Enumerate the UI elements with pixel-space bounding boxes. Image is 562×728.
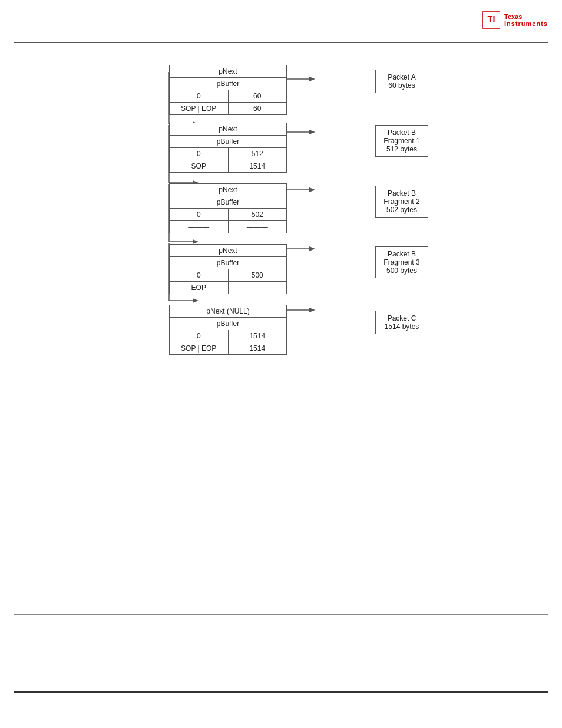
- desc5-col1: 0: [170, 330, 229, 342]
- desc4-col2: 500: [228, 269, 287, 282]
- desc3-table: pNext pBuffer 0 502 ——— ———: [169, 183, 287, 233]
- desc5-pnext-label: pNext (NULL): [170, 305, 287, 318]
- desc3-flag-row: ——— ———: [170, 221, 287, 233]
- packet4-line2: Fragment 3: [383, 258, 421, 266]
- desc5-flag-left: SOP | EOP: [170, 342, 229, 355]
- packet3-line1: Packet B: [383, 189, 421, 197]
- desc1-table: pNext pBuffer 0 60 SOP | EOP 60: [169, 65, 287, 115]
- desc2-pnext-label: pNext: [170, 123, 287, 136]
- desc2-pbuffer-label: pBuffer: [170, 136, 287, 148]
- desc1-col2: 60: [228, 90, 287, 103]
- desc3-pnext-label: pNext: [170, 184, 287, 196]
- desc1-col1: 0: [170, 90, 229, 103]
- packet-box-5: Packet C 1514 bytes: [375, 311, 428, 334]
- desc3-pbuffer-label: pBuffer: [170, 196, 287, 209]
- descriptor-1: pNext pBuffer 0 60 SOP | EOP 60 Packet A…: [134, 65, 428, 112]
- desc1-pbuffer-label: pBuffer: [170, 78, 287, 90]
- logo-area: TI Texas Instruments: [482, 11, 548, 29]
- desc1-pnext-label: pNext: [170, 65, 287, 78]
- diagram-inner: pNext pBuffer 0 60 SOP | EOP 60 Packet A…: [134, 65, 428, 365]
- desc5-flag-row: SOP | EOP 1514: [170, 342, 287, 355]
- descriptor-4: pNext pBuffer 0 500 EOP ——— Packet B Fra…: [134, 244, 428, 294]
- desc4-table: pNext pBuffer 0 500 EOP ———: [169, 244, 287, 294]
- desc2-flag-left: SOP: [170, 160, 229, 173]
- desc3-pnext-row: pNext: [170, 184, 287, 196]
- packet1-line1: Packet A: [383, 73, 421, 81]
- svg-marker-20: [193, 239, 199, 244]
- descriptor-5: pNext (NULL) pBuffer 0 1514 SOP | EOP 15…: [134, 305, 428, 355]
- desc1-flag-left: SOP | EOP: [170, 103, 229, 115]
- top-divider: [14, 42, 548, 43]
- desc2-table: pNext pBuffer 0 512 SOP 1514: [169, 123, 287, 173]
- packet2-line1: Packet B: [383, 129, 421, 137]
- desc2-flag-row: SOP 1514: [170, 160, 287, 173]
- desc2-pbuffer-row: pBuffer: [170, 136, 287, 148]
- packet4-line1: Packet B: [383, 250, 421, 258]
- footer-divider: [14, 691, 548, 693]
- desc5-col2: 1514: [228, 330, 287, 342]
- packet1-line2: 60 bytes: [383, 81, 421, 90]
- desc2-data-row: 0 512: [170, 148, 287, 160]
- ti-logo-text: Texas Instruments: [504, 13, 548, 27]
- packet5-line2: 1514 bytes: [383, 322, 421, 331]
- desc1-flag-right: 60: [228, 103, 287, 115]
- packet3-line3: 502 bytes: [383, 206, 421, 214]
- desc2-col1: 0: [170, 148, 229, 160]
- packet-box-2: Packet B Fragment 1 512 bytes: [375, 125, 428, 157]
- packet2-line2: Fragment 1: [383, 137, 421, 145]
- desc1-pbuffer-row: pBuffer: [170, 78, 287, 90]
- desc5-table: pNext (NULL) pBuffer 0 1514 SOP | EOP 15…: [169, 305, 287, 355]
- packet-box-1: Packet A 60 bytes: [375, 70, 428, 93]
- ti-logo-icon: TI: [482, 11, 501, 29]
- descriptor-2: pNext pBuffer 0 512 SOP 1514 Packet B Fr…: [134, 123, 428, 173]
- desc5-pbuffer-row: pBuffer: [170, 318, 287, 330]
- desc1-data-row: 0 60: [170, 90, 287, 103]
- desc4-col1: 0: [170, 269, 229, 282]
- desc1-flag-row: SOP | EOP 60: [170, 103, 287, 115]
- desc4-flag-left: EOP: [170, 282, 229, 294]
- desc3-flag-left: ———: [170, 221, 229, 233]
- desc2-col2: 512: [228, 148, 287, 160]
- desc3-col1: 0: [170, 209, 229, 221]
- desc4-flag-row: EOP ———: [170, 282, 287, 294]
- packet2-line3: 512 bytes: [383, 145, 421, 153]
- packet3-line2: Fragment 2: [383, 197, 421, 206]
- desc1-pnext-row: pNext: [170, 65, 287, 78]
- desc3-flag-right: ———: [228, 221, 287, 233]
- desc3-pbuffer-row: pBuffer: [170, 196, 287, 209]
- desc5-pnext-row: pNext (NULL): [170, 305, 287, 318]
- desc4-pbuffer-row: pBuffer: [170, 257, 287, 269]
- packet4-line3: 500 bytes: [383, 266, 421, 275]
- desc4-pnext-row: pNext: [170, 245, 287, 257]
- diagram-area: pNext pBuffer 0 60 SOP | EOP 60 Packet A…: [0, 65, 562, 365]
- desc4-flag-right: ———: [228, 282, 287, 294]
- packet-box-3: Packet B Fragment 2 502 bytes: [375, 186, 428, 218]
- desc2-pnext-row: pNext: [170, 123, 287, 136]
- desc5-pbuffer-label: pBuffer: [170, 318, 287, 330]
- desc4-data-row: 0 500: [170, 269, 287, 282]
- packet-box-4: Packet B Fragment 3 500 bytes: [375, 246, 428, 278]
- packet5-line1: Packet C: [383, 314, 421, 322]
- svg-marker-23: [193, 298, 199, 303]
- desc2-flag-right: 1514: [228, 160, 287, 173]
- svg-text:TI: TI: [488, 14, 495, 24]
- descriptor-3: pNext pBuffer 0 502 ——— ——— Packet B Fra…: [134, 183, 428, 233]
- desc3-col2: 502: [228, 209, 287, 221]
- desc4-pnext-label: pNext: [170, 245, 287, 257]
- desc5-flag-right: 1514: [228, 342, 287, 355]
- desc3-data-row: 0 502: [170, 209, 287, 221]
- desc5-data-row: 0 1514: [170, 330, 287, 342]
- desc4-pbuffer-label: pBuffer: [170, 257, 287, 269]
- bottom-content-divider: [14, 614, 548, 615]
